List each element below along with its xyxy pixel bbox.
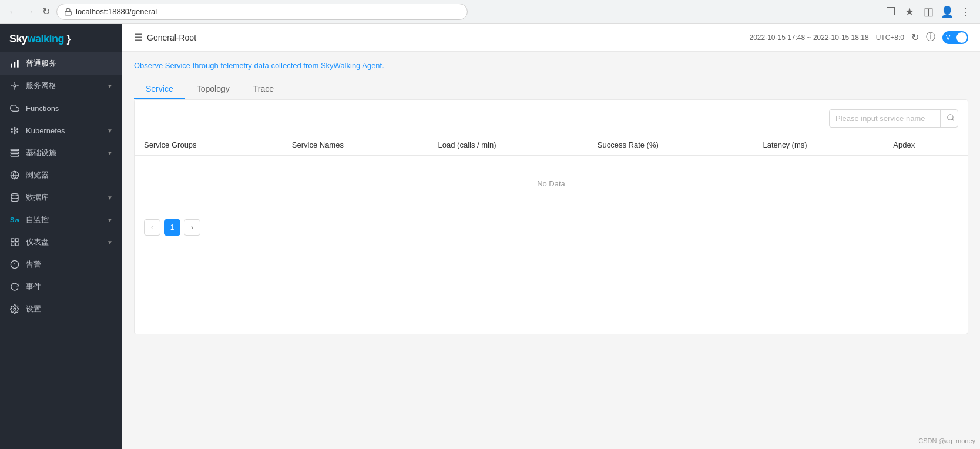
sidebar-item-kubernetes[interactable]: Kubernetes ▼	[0, 119, 122, 142]
pagination: ‹ 1 ›	[135, 212, 968, 243]
sidebar-item-self-monitor-label: 自监控	[26, 215, 101, 225]
table-row-no-data: No Data	[135, 156, 968, 212]
database-icon	[9, 192, 20, 203]
search-input[interactable]	[830, 110, 940, 126]
sidebar-item-self-monitor[interactable]: Sw 自监控 ▼	[0, 209, 122, 231]
event-icon	[9, 282, 20, 292]
sw-icon: Sw	[9, 215, 20, 225]
table-body: No Data	[135, 156, 968, 212]
datetime-range: 2022-10-15 17:48 ~ 2022-10-15 18:18	[749, 33, 868, 42]
svg-rect-0	[65, 11, 72, 15]
alert-icon	[9, 259, 20, 270]
prev-page-button[interactable]: ‹	[144, 219, 160, 236]
bar-chart-icon	[9, 58, 20, 69]
browser-actions: ❐ ★ ◫ 👤 ⋮	[884, 5, 973, 19]
search-button[interactable]	[940, 110, 958, 127]
sidebar-item-settings[interactable]: 设置	[0, 298, 122, 320]
sidebar-item-alert[interactable]: 告警	[0, 253, 122, 276]
sidebar-item-browser-label: 浏览器	[26, 170, 113, 180]
tab-topology[interactable]: Topology	[185, 79, 241, 99]
sidebar-item-service-mesh[interactable]: 服务网格 ▼	[0, 75, 122, 97]
timezone-label: UTC+8:0	[876, 33, 904, 42]
back-button[interactable]: ←	[7, 6, 19, 18]
col-latency: Latency (ms)	[753, 135, 884, 156]
svg-rect-17	[11, 239, 14, 242]
service-table: Service Groups Service Names Load (calls…	[135, 135, 968, 212]
svg-rect-1	[11, 64, 12, 68]
refresh-icon[interactable]: ↻	[911, 32, 919, 43]
main-content: ☰ General-Root 2022-10-15 17:48 ~ 2022-1…	[122, 24, 980, 449]
star-icon[interactable]: ★	[902, 5, 917, 19]
svg-point-4	[14, 85, 16, 87]
toggle-switch[interactable]: V	[942, 31, 968, 44]
forward-button[interactable]: →	[24, 6, 35, 18]
svg-point-7	[14, 133, 15, 134]
watermark: CSDN @aq_money	[918, 437, 975, 444]
sidebar-item-general-service-label: 普通服务	[26, 58, 113, 69]
svg-point-6	[14, 127, 15, 128]
sidebar-item-kubernetes-label: Kubernetes	[26, 126, 101, 135]
reload-button[interactable]: ↻	[40, 6, 52, 18]
col-service-groups: Service Groups	[135, 135, 283, 156]
sidebar-item-dashboard[interactable]: 仪表盘 ▼	[0, 231, 122, 253]
content-area: Observe Service through telemetry data c…	[122, 52, 980, 449]
tab-service[interactable]: Service	[134, 79, 185, 99]
globe-icon	[9, 170, 20, 180]
sidebar-item-infrastructure[interactable]: 基础设施 ▼	[0, 142, 122, 164]
sidebar-item-settings-label: 设置	[26, 304, 113, 314]
kubernetes-chevron: ▼	[107, 128, 113, 134]
sidebar-item-event[interactable]: 事件	[0, 276, 122, 298]
info-icon[interactable]: ⓘ	[926, 31, 935, 43]
profile-icon[interactable]: 👤	[940, 5, 954, 19]
page-title: General-Root	[147, 33, 196, 42]
dashboard-icon	[9, 237, 20, 247]
sidebar-logo: Skywalking }	[0, 24, 122, 52]
description-text: Observe Service through telemetry data c…	[134, 61, 968, 70]
svg-rect-13	[11, 152, 18, 154]
share-icon[interactable]: ❐	[884, 5, 898, 19]
tab-trace[interactable]: Trace	[241, 79, 286, 99]
tab-icon[interactable]: ◫	[921, 5, 935, 19]
table-header: Service Groups Service Names Load (calls…	[135, 135, 968, 156]
sidebar-item-browser[interactable]: 浏览器	[0, 164, 122, 186]
database-chevron: ▼	[107, 195, 113, 201]
mesh-icon	[9, 81, 20, 91]
svg-point-5	[14, 130, 16, 132]
sidebar-item-functions-label: Functions	[26, 104, 113, 113]
svg-rect-12	[11, 149, 18, 151]
svg-point-16	[11, 193, 18, 196]
svg-rect-3	[17, 60, 19, 68]
address-bar	[56, 4, 468, 20]
sidebar-item-dashboard-label: 仪表盘	[26, 237, 101, 247]
tabs: Service Topology Trace	[134, 79, 968, 99]
svg-point-24	[14, 308, 16, 310]
dashboard-chevron: ▼	[107, 239, 113, 246]
next-page-button[interactable]: ›	[184, 219, 200, 236]
svg-point-25	[948, 115, 953, 120]
sidebar-item-database[interactable]: 数据库 ▼	[0, 186, 122, 209]
svg-rect-19	[11, 243, 14, 246]
app-container: Skywalking } 普通服务 服务网格 ▼ Functions	[0, 24, 980, 449]
search-icon	[947, 113, 955, 122]
sidebar-item-event-label: 事件	[26, 282, 113, 292]
page-1-button[interactable]: 1	[164, 219, 180, 236]
sidebar-item-service-mesh-label: 服务网格	[26, 81, 101, 91]
sidebar-item-alert-label: 告警	[26, 259, 113, 270]
svg-point-9	[17, 129, 18, 130]
svg-point-11	[17, 131, 18, 132]
search-input-wrapper	[829, 109, 958, 128]
sidebar-item-functions[interactable]: Functions	[0, 97, 122, 119]
service-mesh-chevron: ▼	[107, 83, 113, 89]
header-left: ☰ General-Root	[134, 32, 196, 43]
url-input[interactable]	[76, 7, 460, 16]
col-success-rate: Success Rate (%)	[588, 135, 754, 156]
sidebar-item-database-label: 数据库	[26, 192, 101, 203]
cloud-icon	[9, 103, 20, 113]
menu-icon[interactable]: ⋮	[959, 5, 973, 19]
sidebar-item-general-service[interactable]: 普通服务	[0, 52, 122, 75]
sidebar: Skywalking } 普通服务 服务网格 ▼ Functions	[0, 24, 122, 449]
settings-icon	[9, 304, 20, 314]
col-load: Load (calls / min)	[429, 135, 588, 156]
main-header: ☰ General-Root 2022-10-15 17:48 ~ 2022-1…	[122, 24, 980, 52]
no-data-message: No Data	[135, 156, 968, 212]
